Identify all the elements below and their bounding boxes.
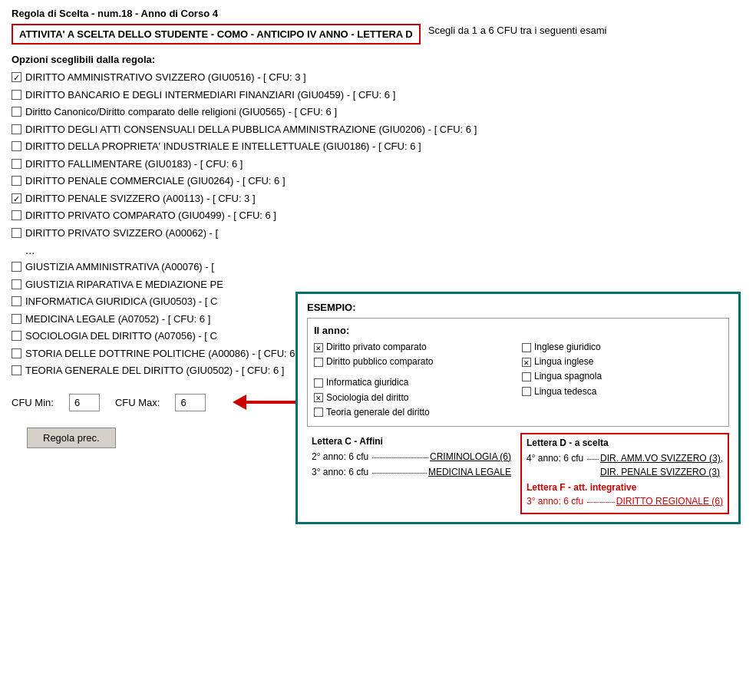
example-checks-grid: Diritto privato comparato Diritto pubbli…: [314, 340, 722, 420]
lettera-c-item1: 2° anno: 6 cfu CRIMINOLOGIA (6): [312, 450, 511, 464]
lettera-f-item: 3° anno: 6 cfu DIRITTO REGIONALE (6): [527, 494, 723, 508]
header-row: ATTIVITA' A SCELTA DELLO STUDENTE - COMO…: [12, 24, 744, 46]
lettera-c-title: Lettera C - Affini: [312, 436, 511, 447]
option-label: MEDICINA LEGALE (A07052) - [ CFU: 6 ]: [25, 312, 210, 327]
option-label: DIRITTO FALLIMENTARE (GIU0183) - [ CFU: …: [25, 157, 243, 172]
option-label: DIRITTO DEGLI ATTI CONSENSUALI DELLA PUB…: [25, 122, 477, 137]
option-label: GIUSTIZIA AMMINISTRATIVA (A00076) - [: [25, 259, 214, 275]
list-item: DIRITTO DEGLI ATTI CONSENSUALI DELLA PUB…: [12, 122, 744, 137]
cfu-min-label: CFU Min:: [12, 397, 54, 408]
checkbox-opt8[interactable]: [12, 193, 21, 203]
checkbox-empty-icon: [522, 372, 531, 381]
list-item: DIRITTO BANCARIO E DEGLI INTERMEDIARI FI…: [12, 88, 744, 103]
example-year-label: II anno:: [314, 325, 722, 336]
lettera-d-section: Lettera D - a scelta 4° anno: 6 cfu DIR.…: [520, 433, 729, 514]
checkbox-opt3[interactable]: [12, 107, 21, 117]
checkbox-optb5[interactable]: [12, 331, 21, 341]
checkbox-optb1[interactable]: [12, 262, 21, 272]
options-list-top: DIRITTO AMMINISTRATIVO SVIZZERO (GIU0516…: [12, 70, 744, 240]
checkbox-opt9[interactable]: [12, 210, 21, 220]
lettera-d-title: Lettera D - a scelta: [527, 438, 723, 448]
list-item: GIUSTIZIA AMMINISTRATIVA (A00076) - [: [12, 259, 744, 275]
lettera-c-section: Lettera C - Affini 2° anno: 6 cfu CRIMIN…: [307, 433, 516, 514]
header-description: Scegli da 1 a 6 CFU tra i seguenti esami: [428, 24, 607, 38]
example-popup: ESEMPIO: II anno: Diritto privato compar…: [295, 292, 741, 524]
example-check-item: Lingua inglese: [522, 355, 722, 369]
example-left-col: Diritto privato comparato Diritto pubbli…: [314, 340, 514, 420]
option-label: DIRITTO AMMINISTRATIVO SVIZZERO (GIU0516…: [25, 70, 306, 85]
option-label: DIRITTO PRIVATO SVIZZERO (A00062) - [: [25, 226, 218, 241]
lettera-f-title: Lettera F - att. integrative: [527, 482, 723, 493]
option-label: DIRITTO PRIVATO COMPARATO (GIU0499) - [ …: [25, 208, 276, 223]
option-label: DIRITTO DELLA PROPRIETA' INDUSTRIALE E I…: [25, 139, 421, 154]
checkbox-empty-icon: [522, 387, 531, 396]
list-item: DIRITTO PENALE SVIZZERO (A00113) - [ CFU…: [12, 191, 744, 206]
lettera-c-item2: 3° anno: 6 cfu MEDICINA LEGALE: [312, 465, 511, 479]
example-inner-box: II anno: Diritto privato comparato Dirit…: [307, 318, 729, 427]
ellipsis: ...: [25, 243, 744, 256]
checkbox-opt1[interactable]: [12, 72, 21, 82]
checkbox-x-icon: [314, 343, 323, 352]
example-check-item: Sociologia del diritto: [314, 391, 514, 405]
example-check-item: Lingua tedesca: [522, 385, 722, 399]
arrow-head-icon: [233, 395, 246, 410]
example-check-item: Teoria generale del diritto: [314, 405, 514, 420]
checkbox-opt4[interactable]: [12, 124, 21, 134]
highlighted-header: ATTIVITA' A SCELTA DELLO STUDENTE - COMO…: [12, 24, 421, 45]
option-label: TEORIA GENERALE DEL DIRITTO (GIU0502) - …: [25, 363, 284, 378]
checkbox-opt6[interactable]: [12, 159, 21, 169]
example-check-item: Diritto privato comparato: [314, 340, 514, 355]
lettera-d-item1: 4° anno: 6 cfu DIR. AMM.VO SVIZZERO (3),…: [527, 451, 723, 479]
checkbox-empty-icon: [314, 378, 323, 388]
page-title: Regola di Scelta - num.18 - Anno di Cors…: [12, 8, 744, 19]
cfu-max-input[interactable]: [175, 394, 206, 411]
option-label: STORIA DELLE DOTTRINE POLITICHE (A00086)…: [25, 346, 301, 362]
option-label: DIRITTO PENALE SVIZZERO (A00113) - [ CFU…: [25, 191, 256, 206]
list-item: DIRITTO FALLIMENTARE (GIU0183) - [ CFU: …: [12, 157, 744, 172]
list-item: DIRITTO PENALE COMMERCIALE (GIU0264) - […: [12, 173, 744, 189]
checkbox-empty-icon: [314, 358, 323, 367]
checkbox-empty-icon: [314, 408, 323, 417]
example-check-item: Diritto pubblico comparato: [314, 355, 514, 369]
example-right-col: Inglese giuridico Lingua inglese Lingua …: [522, 340, 722, 420]
example-check-item: Inglese giuridico: [522, 340, 722, 355]
option-label: Diritto Canonico/Diritto comparato delle…: [25, 104, 337, 120]
checkbox-optb7[interactable]: [12, 365, 21, 375]
list-item: DIRITTO PRIVATO SVIZZERO (A00062) - [: [12, 226, 744, 241]
option-label: INFORMATICA GIURIDICA (GIU0503) - [ C: [25, 294, 217, 309]
list-item: Diritto Canonico/Diritto comparato delle…: [12, 104, 744, 120]
checkbox-empty-icon: [522, 343, 531, 352]
example-bottom-grid: Lettera C - Affini 2° anno: 6 cfu CRIMIN…: [307, 433, 729, 514]
checkbox-optb3[interactable]: [12, 296, 21, 306]
checkbox-opt10[interactable]: [12, 228, 21, 238]
prev-button[interactable]: Regola prec.: [27, 428, 116, 448]
checkbox-optb4[interactable]: [12, 314, 21, 324]
checkbox-optb2[interactable]: [12, 279, 21, 289]
list-item: DIRITTO DELLA PROPRIETA' INDUSTRIALE E I…: [12, 139, 744, 154]
lettera-f-section: Lettera F - att. integrative 3° anno: 6 …: [527, 482, 723, 508]
option-label: DIRITTO BANCARIO E DEGLI INTERMEDIARI FI…: [25, 88, 395, 103]
option-label: GIUSTIZIA RIPARATIVA E MEDIAZIONE PE: [25, 277, 223, 292]
option-label: SOCIOLOGIA DEL DIRITTO (A07056) - [ C: [25, 329, 217, 344]
checkbox-x-icon: [314, 393, 323, 402]
checkbox-opt5[interactable]: [12, 141, 21, 151]
cfu-min-input[interactable]: [69, 394, 100, 411]
example-check-item: Lingua spagnola: [522, 369, 722, 384]
example-title: ESEMPIO:: [307, 302, 729, 313]
example-check-item: Informatica giuridica: [314, 375, 514, 390]
checkbox-opt7[interactable]: [12, 176, 21, 186]
list-item: DIRITTO PRIVATO COMPARATO (GIU0499) - [ …: [12, 208, 744, 223]
checkbox-opt2[interactable]: [12, 90, 21, 100]
options-section-label: Opzioni sceglibili dalla regola:: [12, 54, 744, 65]
cfu-max-label: CFU Max:: [115, 397, 160, 408]
checkbox-x-icon: [522, 358, 531, 367]
checkbox-optb6[interactable]: [12, 348, 21, 358]
option-label: DIRITTO PENALE COMMERCIALE (GIU0264) - […: [25, 173, 286, 189]
list-item: GIUSTIZIA RIPARATIVA E MEDIAZIONE PE: [12, 277, 744, 292]
list-item: DIRITTO AMMINISTRATIVO SVIZZERO (GIU0516…: [12, 70, 744, 85]
